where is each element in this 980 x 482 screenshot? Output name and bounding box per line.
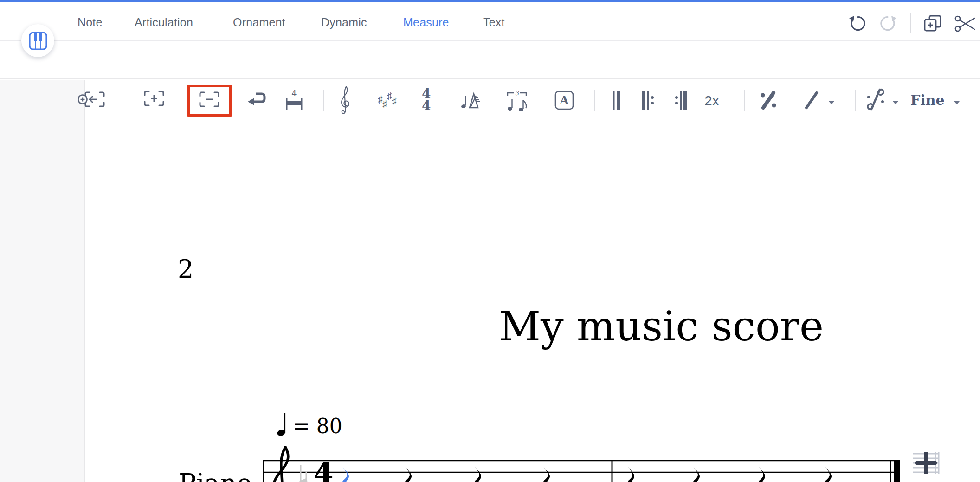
tab-dynamic[interactable]: Dynamic — [321, 16, 367, 29]
treble-clef[interactable] — [273, 447, 292, 482]
segno-icon — [866, 87, 885, 111]
segno-button[interactable] — [866, 87, 885, 113]
quarter-rest[interactable] — [691, 467, 701, 482]
instrument-label[interactable]: Piano — [179, 468, 252, 482]
repeat-measure-icon — [758, 90, 779, 111]
measure-barline[interactable] — [612, 461, 613, 482]
duplicate-button[interactable] — [922, 13, 944, 36]
double-barline-icon — [611, 90, 623, 111]
measure-toolbar: 4 ♯ ♯ ♯ ♯ 4 4 — [0, 41, 980, 79]
tempo-marking[interactable]: = 80 — [277, 410, 342, 437]
append-measure-button[interactable] — [912, 451, 941, 476]
fine-dropdown-caret[interactable] — [953, 98, 961, 107]
tempo-value: = 80 — [293, 416, 342, 436]
svg-text:3: 3 — [515, 90, 520, 97]
treble-clef-icon — [339, 85, 351, 117]
duplicate-icon — [922, 13, 944, 34]
tempo-mark-button[interactable] — [460, 90, 483, 112]
repeat-end-barline-button[interactable] — [674, 90, 689, 112]
score-title[interactable]: My music score — [487, 304, 835, 349]
quarter-note-icon — [277, 410, 289, 437]
tab-text[interactable]: Text — [483, 16, 505, 29]
chevron-down-icon — [892, 100, 899, 105]
tab-note[interactable]: Note — [77, 16, 103, 29]
start-barline — [263, 461, 264, 482]
piano-icon — [29, 32, 47, 50]
segno-dropdown-caret[interactable] — [892, 98, 899, 107]
key-signature-button[interactable]: ♯ ♯ ♯ ♯ — [377, 90, 402, 113]
quarter-rest[interactable] — [756, 467, 766, 482]
repeat-end-icon — [674, 90, 689, 111]
toolbar-divider — [323, 90, 324, 111]
insert-measure-before-button[interactable] — [78, 90, 106, 111]
cut-button[interactable] — [954, 15, 975, 34]
key-signature-icon: ♯ ♯ ♯ ♯ — [377, 90, 402, 111]
redo-icon — [879, 13, 897, 32]
staff-lines — [263, 461, 900, 482]
text-frame-icon: A — [554, 90, 574, 111]
final-barline-thick[interactable] — [894, 461, 900, 482]
insert-measure-before-icon — [78, 90, 106, 109]
score-canvas: 2 My music score = 80 Piano — [0, 80, 980, 482]
chevron-down-icon — [828, 100, 835, 105]
quarter-rest-selected[interactable] — [340, 467, 350, 482]
quarter-rest[interactable] — [472, 467, 482, 482]
slash-icon — [802, 90, 821, 111]
toolbar-divider — [744, 90, 745, 111]
repeat-start-barline-button[interactable] — [640, 90, 655, 112]
add-measure-icon — [144, 90, 164, 107]
time-signature-button[interactable]: 4 4 — [422, 88, 431, 112]
metronome-icon — [460, 90, 483, 111]
tuplet-button[interactable]: 3 — [506, 90, 529, 114]
multimeasure-rest-icon: 4 — [284, 90, 304, 111]
double-barline-button[interactable] — [611, 90, 623, 112]
tab-articulation[interactable]: Articulation — [135, 16, 193, 29]
redo-button[interactable] — [879, 13, 897, 34]
triplet-icon: 3 — [506, 90, 529, 112]
system-break-button[interactable] — [246, 90, 267, 111]
top-divider — [910, 13, 911, 33]
return-arrow-icon — [246, 90, 267, 109]
chevron-down-icon — [953, 100, 961, 105]
tab-bar: Note Articulation Ornament Dynamic Measu… — [0, 2, 980, 41]
multimeasure-rest-button[interactable]: 4 — [284, 90, 304, 113]
left-sidebar — [0, 80, 85, 482]
staff: 4 4 — [260, 437, 905, 482]
repeat-measure-button[interactable] — [758, 90, 779, 112]
svg-text:A: A — [559, 93, 569, 107]
slash-notation-button[interactable] — [802, 90, 821, 112]
tab-measure[interactable]: Measure — [403, 16, 449, 29]
svg-text:4: 4 — [313, 480, 333, 482]
scissors-icon — [954, 15, 975, 33]
top-accent-bar — [0, 0, 980, 2]
clef-button[interactable] — [339, 85, 351, 118]
svg-text:4: 4 — [313, 456, 333, 482]
piano-keyboard-toggle[interactable] — [21, 24, 54, 57]
fine-button[interactable]: Fine — [910, 92, 945, 108]
slash-dropdown-caret[interactable] — [828, 98, 835, 107]
tab-ornament[interactable]: Ornament — [233, 16, 285, 29]
quarter-rest[interactable] — [403, 467, 413, 482]
remove-measure-button[interactable] — [199, 91, 219, 110]
undo-icon — [848, 13, 867, 32]
text-frame-button[interactable]: A — [554, 90, 574, 112]
append-measure-icon — [912, 451, 941, 475]
quarter-rest[interactable] — [541, 467, 551, 482]
remove-measure-icon — [199, 91, 219, 108]
ghost-natural-accidental — [300, 465, 307, 482]
repeat-times-button[interactable]: 2x — [704, 93, 719, 109]
repeat-start-icon — [640, 90, 655, 111]
toolbar-divider — [594, 90, 595, 111]
time-signature-bottom: 4 — [422, 100, 431, 112]
toolbar-divider — [855, 90, 856, 111]
page-number[interactable]: 2 — [178, 254, 193, 284]
multimeasure-rest-count: 4 — [292, 90, 297, 98]
add-measure-button[interactable] — [144, 90, 164, 109]
svg-text:♯: ♯ — [392, 96, 397, 106]
quarter-rest[interactable] — [823, 467, 832, 482]
undo-button[interactable] — [848, 13, 867, 34]
time-signature[interactable]: 4 4 — [313, 456, 333, 482]
quarter-rest[interactable] — [625, 467, 635, 482]
final-barline-thin[interactable] — [890, 461, 891, 482]
